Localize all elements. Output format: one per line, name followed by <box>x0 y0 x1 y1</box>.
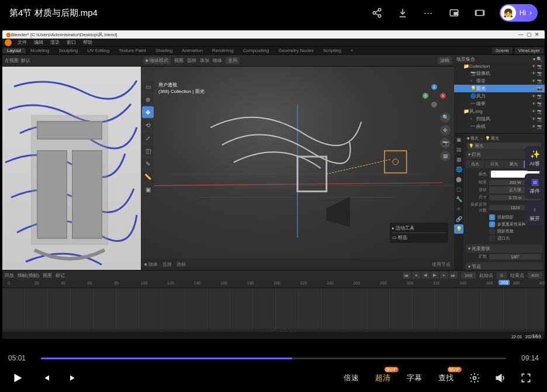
settings-icon[interactable] <box>466 370 483 386</box>
tl-view[interactable]: 视图 <box>43 272 52 279</box>
zoom-icon[interactable]: 🔍 <box>440 112 451 123</box>
portal-check[interactable] <box>489 235 495 241</box>
volume-icon[interactable] <box>492 370 508 386</box>
light-type-point[interactable]: 点光 <box>466 160 484 168</box>
quality-button[interactable]: 超清SVIP <box>375 373 390 383</box>
tool-rotate[interactable]: ⟲ <box>142 119 154 131</box>
tool-cursor[interactable]: ⊕ <box>142 93 154 105</box>
close-icon[interactable]: ✕ <box>533 32 541 37</box>
ai-answer-button[interactable]: ✨ AI答 <box>525 146 545 171</box>
tl-keying[interactable]: 插帧(插帧) <box>18 272 39 279</box>
breadcrumb-obj[interactable]: ■ 面光 <box>467 136 479 141</box>
use-nodes-btn[interactable]: 使用节点 <box>432 261 451 268</box>
menu-add[interactable]: 添加 <box>200 57 209 64</box>
menu-select[interactable]: 选择 <box>187 57 196 64</box>
tool-move[interactable]: ✥ <box>142 106 154 118</box>
courseware-button[interactable]: ▣ 课件 <box>525 174 545 199</box>
tab-texture[interactable]: Texture Paint <box>114 48 151 53</box>
mode-dropdown[interactable]: ■ 物体模式 <box>143 57 171 64</box>
play-icon[interactable]: ▶ <box>431 272 439 279</box>
tab-rendering[interactable]: Rendering <box>207 48 238 53</box>
play-button[interactable] <box>8 369 27 387</box>
user-avatar-badge[interactable]: 👧 Hi › <box>500 4 538 22</box>
ortho-icon[interactable]: ▦ <box>440 151 451 161</box>
tool-transform[interactable]: ◫ <box>142 145 154 157</box>
jump-start-icon[interactable]: ⏮ <box>403 272 411 279</box>
pan-icon[interactable]: ✥ <box>440 125 451 136</box>
light-type-sun[interactable]: 日光 <box>485 160 504 168</box>
tl-marker[interactable]: 标记 <box>56 272 65 279</box>
outliner-item[interactable]: ▫茶壶👁 📷 <box>454 77 545 85</box>
footer-select[interactable]: 选择 <box>162 261 172 268</box>
tab-sculpting[interactable]: Sculpting <box>54 48 83 53</box>
mis-check[interactable]: ✓ <box>489 221 495 227</box>
download-icon[interactable] <box>394 5 411 21</box>
outliner-item[interactable]: ▫扫描风👁 📷 <box>454 115 545 123</box>
tool-measure[interactable]: 📏 <box>142 171 154 182</box>
left-viewport[interactable]: 左视图 默认 <box>2 55 141 270</box>
menu-object[interactable]: 物体 <box>213 57 222 64</box>
prop-tab-modifier[interactable]: 🔧 <box>454 195 463 204</box>
prop-tab-constraint[interactable]: 🔗 <box>454 214 463 224</box>
left-mode-label[interactable]: 左视图 <box>5 57 19 64</box>
caustics-check[interactable] <box>489 228 495 234</box>
tab-compositing[interactable]: Compositing <box>238 48 274 53</box>
footer-object[interactable]: ■ 物体 <box>144 261 158 268</box>
cast-shadow-check[interactable]: ✓ <box>489 214 495 220</box>
orientation-dropdown[interactable]: 全局 <box>226 57 240 64</box>
light-type-spot[interactable]: 聚光 <box>504 160 523 168</box>
filter-icon[interactable]: ▾ 🔍 <box>533 57 542 62</box>
prop-tab-world[interactable]: ⬤ <box>454 175 463 184</box>
prop-tab-view[interactable]: ▦ <box>454 155 463 164</box>
camera-icon[interactable]: 📷 <box>440 138 451 148</box>
prop-tab-scene[interactable]: 🌐 <box>454 165 463 174</box>
menu-edit[interactable]: 编辑 <box>30 39 47 46</box>
nodes-panel-header[interactable]: ▾ 节点 <box>466 262 542 270</box>
prop-tab-render[interactable]: ▣ <box>454 135 463 144</box>
outliner-item[interactable]: 💡面光👁 📷 <box>454 85 545 92</box>
outliner-item[interactable]: 📷摄像机👁 📷 <box>454 70 545 77</box>
search-button[interactable]: 查找SVIP <box>438 373 453 383</box>
prop-tab-object[interactable]: ▢ <box>454 185 463 194</box>
menu-window[interactable]: 窗口 <box>63 39 79 46</box>
pip-icon[interactable] <box>446 5 462 21</box>
prev-key-icon[interactable]: ◂ <box>412 272 420 279</box>
viewport-3d[interactable]: ▭ ⊕ ✥ ⟲ ⤢ ◫ ✎ 📏 ▣ Z X Y 🔍 <box>141 67 454 258</box>
expand-button[interactable]: ‹ 展开 <box>525 201 545 226</box>
play-rev-icon[interactable]: ◀ <box>421 272 430 279</box>
start-frame[interactable]: 0 <box>497 272 506 279</box>
next-button[interactable] <box>64 369 83 387</box>
tool-scale[interactable]: ⤢ <box>142 132 154 144</box>
viewlayer-selector[interactable]: ViewLayer <box>515 47 543 54</box>
tl-playback[interactable]: 回放 <box>5 272 14 279</box>
tab-modeling[interactable]: Modeling <box>26 48 54 53</box>
filter-dropdown[interactable]: 滤镜 <box>438 57 452 64</box>
tab-layout[interactable]: Layout <box>2 48 26 53</box>
tool-annotate[interactable]: ✎ <box>142 158 154 169</box>
tool-select[interactable]: ▭ <box>142 81 154 92</box>
prop-tab-physics[interactable]: ⚛ <box>454 204 463 214</box>
nav-gizmo[interactable]: Z X Y <box>423 84 446 107</box>
current-frame[interactable]: 368 <box>461 272 476 279</box>
more-icon[interactable]: ⋯ <box>420 5 437 21</box>
fullscreen-icon[interactable] <box>518 370 534 386</box>
end-frame[interactable]: 400 <box>528 272 542 279</box>
outliner-item[interactable]: 📁风.svg👁 📷 <box>454 107 545 115</box>
next-key-icon[interactable]: ▸ <box>440 272 448 279</box>
footer-cursor[interactable]: 游标 <box>176 261 186 268</box>
tab-shading[interactable]: Shading <box>151 48 177 53</box>
tab-uv[interactable]: UV Editing <box>82 48 114 53</box>
beam-panel-header[interactable]: ▾ 光束形状 <box>466 244 542 253</box>
tab-add[interactable]: + <box>346 48 358 53</box>
theater-icon[interactable] <box>472 5 488 21</box>
main-viewport[interactable]: ■ 物体模式 视图 选择 添加 物体 全局 滤镜 <box>141 55 454 270</box>
outliner-item[interactable]: 〰曲线👁 📷 <box>454 123 545 130</box>
jump-end-icon[interactable]: ⏭ <box>449 272 458 279</box>
subtitle-button[interactable]: 字幕 <box>407 373 422 383</box>
speed-button[interactable]: 倍速 <box>344 373 359 383</box>
share-icon[interactable] <box>369 5 385 21</box>
progress-bar[interactable] <box>41 358 506 359</box>
playhead[interactable]: 368 <box>498 280 510 285</box>
scene-selector[interactable]: Scene <box>492 47 513 54</box>
left-overlay-label[interactable]: 默认 <box>21 57 30 64</box>
